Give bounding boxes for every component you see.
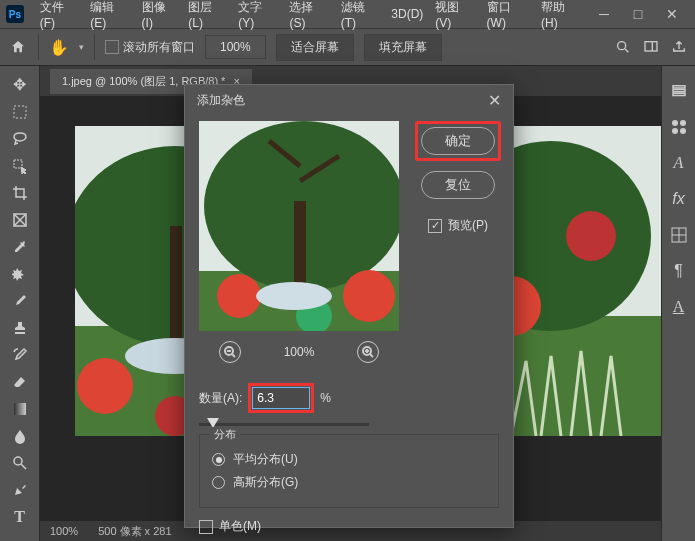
menu-layer[interactable]: 图层(L) <box>182 0 232 30</box>
panel-grid-icon[interactable] <box>668 224 690 246</box>
preview-zoom-level: 100% <box>284 345 315 359</box>
svg-point-29 <box>680 120 686 126</box>
preview-image[interactable] <box>199 121 399 331</box>
add-noise-dialog: 添加杂色 ✕ 100% 确定 复位 预览(P) 数量(A): % <box>184 84 514 528</box>
zoom-in-icon[interactable] <box>357 341 379 363</box>
status-zoom: 100% <box>50 525 78 537</box>
ok-button[interactable]: 确定 <box>421 127 495 155</box>
fit-screen-button[interactable]: 适合屏幕 <box>276 34 354 61</box>
crop-tool[interactable] <box>4 180 36 205</box>
amount-input[interactable] <box>252 387 310 409</box>
preview-label: 预览(P) <box>448 217 488 234</box>
menu-type[interactable]: 文字(Y) <box>232 0 283 30</box>
brush-tool[interactable] <box>4 288 36 313</box>
dodge-tool[interactable] <box>4 450 36 475</box>
gaussian-label: 高斯分布(G) <box>233 474 298 491</box>
window-minimize[interactable]: ─ <box>587 0 621 28</box>
svg-point-44 <box>256 282 332 310</box>
svg-point-28 <box>672 120 678 126</box>
svg-point-30 <box>672 128 678 134</box>
svg-line-51 <box>370 354 373 357</box>
dialog-close-icon[interactable]: ✕ <box>488 91 501 110</box>
menu-3d[interactable]: 3D(D) <box>385 7 429 21</box>
svg-point-42 <box>343 270 395 322</box>
uniform-radio[interactable] <box>212 453 225 466</box>
menu-edit[interactable]: 编辑(E) <box>84 0 135 30</box>
options-bar: ✋ ▾ 滚动所有窗口 100% 适合屏幕 填充屏幕 <box>0 28 695 66</box>
panel-glyphs-icon[interactable]: A <box>668 296 690 318</box>
amount-label: 数量(A): <box>199 390 242 407</box>
svg-point-10 <box>14 457 22 465</box>
amount-slider[interactable] <box>199 423 369 426</box>
zoom-out-icon[interactable] <box>219 341 241 363</box>
monochrome-label: 单色(M) <box>219 518 261 535</box>
svg-line-1 <box>625 49 628 52</box>
menu-help[interactable]: 帮助(H) <box>535 0 587 30</box>
search-icon[interactable] <box>615 39 631 55</box>
panel-color-icon[interactable] <box>668 80 690 102</box>
svg-rect-27 <box>673 93 685 95</box>
eraser-tool[interactable] <box>4 369 36 394</box>
pen-tool[interactable] <box>4 477 36 502</box>
uniform-label: 平均分布(U) <box>233 451 298 468</box>
gaussian-radio[interactable] <box>212 476 225 489</box>
svg-rect-2 <box>645 42 657 51</box>
svg-point-16 <box>77 358 133 414</box>
quick-select-tool[interactable] <box>4 153 36 178</box>
menu-select[interactable]: 选择(S) <box>283 0 334 30</box>
menu-filter[interactable]: 滤镜(T) <box>335 0 386 30</box>
app-logo: Ps <box>6 5 24 23</box>
eyedropper-tool[interactable] <box>4 234 36 259</box>
panel-character-icon[interactable]: A <box>668 152 690 174</box>
scroll-all-windows[interactable]: 滚动所有窗口 <box>105 39 195 56</box>
svg-point-24 <box>566 211 616 261</box>
ok-button-highlight: 确定 <box>415 121 501 161</box>
monochrome-checkbox[interactable] <box>199 520 213 534</box>
tools-panel: ✥ T <box>0 66 40 541</box>
home-icon[interactable] <box>8 37 28 57</box>
status-dimensions: 500 像素 x 281 <box>98 524 171 539</box>
svg-line-11 <box>21 464 26 469</box>
svg-rect-26 <box>673 90 685 92</box>
svg-rect-9 <box>14 403 26 415</box>
svg-point-31 <box>680 128 686 134</box>
menu-file[interactable]: 文件(F) <box>34 0 85 30</box>
stamp-tool[interactable] <box>4 315 36 340</box>
marquee-tool[interactable] <box>4 99 36 124</box>
fill-screen-button[interactable]: 填充屏幕 <box>364 34 442 61</box>
svg-rect-38 <box>294 201 306 296</box>
share-icon[interactable] <box>671 39 687 55</box>
dialog-title: 添加杂色 <box>197 92 245 109</box>
blur-tool[interactable] <box>4 423 36 448</box>
tool-variant-icon[interactable]: ▾ <box>79 42 84 52</box>
healing-tool[interactable] <box>4 261 36 286</box>
panel-swatches-icon[interactable] <box>668 116 690 138</box>
menu-image[interactable]: 图像(I) <box>136 0 183 30</box>
amount-unit: % <box>320 391 331 405</box>
menu-window[interactable]: 窗口(W) <box>481 0 536 30</box>
hand-tool-icon[interactable]: ✋ <box>49 37 69 57</box>
svg-point-41 <box>217 274 261 318</box>
workspace-icon[interactable] <box>643 39 659 55</box>
panel-styles-icon[interactable]: fx <box>668 188 690 210</box>
history-brush-tool[interactable] <box>4 342 36 367</box>
amount-highlight <box>248 383 314 413</box>
lasso-tool[interactable] <box>4 126 36 151</box>
frame-tool[interactable] <box>4 207 36 232</box>
svg-rect-25 <box>673 86 685 88</box>
zoom-level[interactable]: 100% <box>205 35 266 59</box>
type-tool[interactable]: T <box>4 504 36 529</box>
reset-button[interactable]: 复位 <box>421 171 495 199</box>
menu-bar: Ps 文件(F) 编辑(E) 图像(I) 图层(L) 文字(Y) 选择(S) 滤… <box>0 0 695 28</box>
distribution-legend: 分布 <box>210 427 240 442</box>
move-tool[interactable]: ✥ <box>4 72 36 97</box>
window-close[interactable]: ✕ <box>655 0 689 28</box>
svg-rect-15 <box>170 226 182 346</box>
panel-paragraph-icon[interactable]: ¶ <box>668 260 690 282</box>
window-maximize[interactable]: □ <box>621 0 655 28</box>
gradient-tool[interactable] <box>4 396 36 421</box>
panels-dock: A fx ¶ A <box>661 66 695 541</box>
menu-view[interactable]: 视图(V) <box>429 0 480 30</box>
svg-point-0 <box>618 42 626 50</box>
preview-checkbox[interactable] <box>428 219 442 233</box>
